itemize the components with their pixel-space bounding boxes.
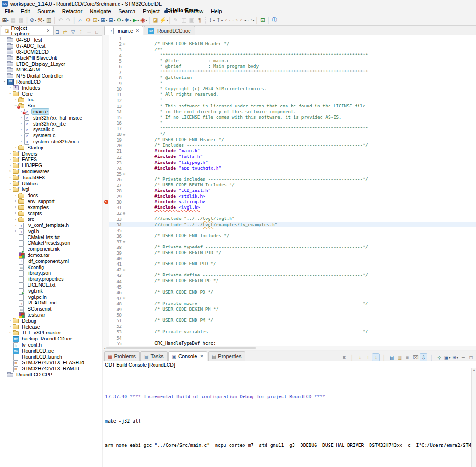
expander-icon[interactable] — [19, 121, 24, 126]
toolbar-icon[interactable]: ⇨▾ — [247, 16, 255, 24]
explorer-toolbar-icon[interactable]: ▽ — [70, 28, 77, 35]
toolbar-icon[interactable]: ⓘ▾ — [271, 16, 279, 24]
toolbar-icon[interactable]: ▣▾ — [188, 16, 196, 24]
tree-item[interactable]: × BlackPill SlaveUnit — [0, 55, 102, 61]
console-toolbar-icon[interactable]: ↕▾ — [372, 354, 379, 361]
console-toolbar-icon[interactable]: │▾ — [380, 354, 387, 361]
tree-item[interactable]: × backup_RoundLCD.ioc — [0, 336, 102, 342]
tree-item[interactable]: × stm32h7xx_it.c — [0, 120, 102, 127]
expander-icon[interactable] — [19, 139, 24, 143]
toolbar-icon[interactable]: ⚙▾ — [116, 16, 124, 24]
user-account[interactable]: Hello Emre — [161, 7, 201, 13]
tree-item[interactable]: × docs — [0, 192, 102, 198]
console-vertical-scrollbar[interactable]: ▴ — [471, 368, 476, 467]
editor-tab[interactable]: main.c ✕ — [104, 26, 143, 35]
console-view-tab[interactable]: ▦ Problems ✕ — [104, 351, 140, 361]
tree-item[interactable]: × STM32H743VITX_FLASH.ld — [0, 360, 102, 366]
tree-item[interactable]: × TouchGFX — [0, 174, 102, 180]
tree-item[interactable]: × Drivers — [0, 150, 102, 156]
expander-icon[interactable] — [19, 127, 24, 132]
menu-item[interactable]: Search — [115, 8, 139, 14]
toolbar-icon[interactable]: ✱▾ — [124, 16, 132, 24]
toolbar-icon[interactable]: ▶▾ — [132, 16, 140, 24]
console-toolbar-icon[interactable]: ─▾ — [460, 354, 467, 361]
toolbar-icon[interactable]: ⇡▾ — [215, 16, 223, 24]
tree-item[interactable]: × lvgl — [0, 186, 102, 192]
tree-item[interactable]: × README.md — [0, 300, 102, 306]
tree-item[interactable]: × Middlewares — [0, 169, 102, 175]
tree-item[interactable]: × Startup — [0, 144, 102, 150]
tree-item[interactable]: × Includes — [0, 85, 102, 91]
explorer-toolbar-icon[interactable]: ⊟ — [54, 28, 61, 35]
toolbar-icon[interactable]: ▥▾ — [45, 16, 53, 24]
tree-item[interactable]: × Core — [0, 91, 102, 97]
toolbar-icon[interactable]: ▦▾ — [9, 16, 17, 24]
tree-item[interactable]: × TFT_eSPI-master — [0, 330, 102, 336]
tab-project-explorer[interactable]: ◪ Project Explorer ✕ — [1, 26, 54, 35]
expander-icon[interactable] — [7, 163, 13, 168]
toolbar-icon[interactable]: ⊞▾ — [1, 16, 9, 24]
tree-item[interactable]: × lv_conf_template.h — [0, 222, 102, 228]
fold-marker-icon[interactable] — [122, 211, 128, 216]
fold-marker-icon[interactable] — [122, 239, 128, 244]
expander-icon[interactable] — [7, 157, 13, 162]
close-icon[interactable]: ✕ — [135, 28, 139, 33]
close-icon[interactable]: ✕ — [46, 28, 50, 33]
tree-item[interactable]: × Inc — [0, 97, 102, 103]
tree-item[interactable]: × RoundLCD-CPP — [0, 372, 102, 378]
code-editor[interactable]: 1 /* USER CODE BEGIN Header */ 2 /** — [103, 35, 476, 346]
console-toolbar-icon[interactable]: ↑▾ — [364, 354, 371, 361]
tree-item[interactable]: × SConscript — [0, 306, 102, 312]
console-toolbar-icon[interactable]: ⊹▾ — [436, 354, 443, 361]
expander-icon[interactable] — [7, 92, 13, 96]
console-toolbar-icon[interactable]: ⊞▾ — [452, 354, 459, 361]
menu-item[interactable]: Refactor — [58, 8, 86, 14]
expander-icon[interactable] — [2, 79, 7, 84]
console-output[interactable]: 17:37:40 **** Incremental Build of confi… — [103, 368, 476, 467]
expander-icon[interactable] — [7, 175, 13, 179]
toolbar-icon[interactable]: ⊟▾ — [108, 16, 116, 24]
expander-icon[interactable] — [7, 85, 13, 90]
expander-icon[interactable] — [19, 134, 24, 138]
expander-icon[interactable] — [7, 318, 13, 323]
tree-item[interactable]: × examples — [0, 204, 102, 210]
toolbar-icon[interactable]: ⇨▾ — [231, 16, 239, 24]
fold-marker-icon[interactable] — [122, 42, 128, 46]
tree-item[interactable]: × LTDC_Display_1Layer — [0, 61, 102, 67]
toolbar-icon[interactable]: ↷▾ — [64, 16, 72, 24]
tree-item[interactable]: × library.json — [0, 270, 102, 276]
expander-icon[interactable] — [13, 98, 18, 102]
tree-item[interactable]: × 04-SD_Test — [0, 37, 102, 43]
tree-item[interactable]: × LIBJPEG — [0, 163, 102, 169]
console-toolbar-icon[interactable]: ✖▾ — [341, 354, 348, 361]
tree-item[interactable]: × LICENCE.txt — [0, 282, 102, 288]
tree-item[interactable]: × component.mk — [0, 246, 102, 252]
tree-item[interactable]: × lvgl.h — [0, 228, 102, 234]
tree-item[interactable]: × 08-DCMI2LCD — [0, 49, 102, 55]
toolbar-icon[interactable]: ◉▾ — [140, 16, 147, 24]
tree-item[interactable]: × idf_component.yml — [0, 258, 102, 264]
expander-icon[interactable] — [13, 223, 18, 227]
menu-item[interactable]: File — [1, 8, 17, 14]
toolbar-icon[interactable]: ⇣▾ — [207, 16, 215, 24]
toolbar-icon[interactable]: ⊡▾ — [259, 16, 267, 24]
explorer-toolbar-icon[interactable]: □ — [93, 28, 100, 35]
tree-item[interactable]: × tests.rar — [0, 312, 102, 318]
tree-item[interactable]: × syscalls.c — [0, 127, 102, 133]
tree-item[interactable]: × N75 Digital Controller — [0, 73, 102, 79]
expander-icon[interactable] — [13, 217, 18, 221]
console-toolbar-icon[interactable]: ⌧▾ — [412, 354, 419, 361]
tree-item[interactable]: × lv_conf.h — [0, 342, 102, 348]
toolbar-icon[interactable]: ◪▾ — [152, 16, 160, 24]
tree-item[interactable]: × src — [0, 216, 102, 222]
console-toolbar-icon[interactable]: │▾ — [349, 354, 356, 361]
expander-icon[interactable] — [13, 193, 18, 198]
toolbar-icon[interactable]: ┊▾ — [204, 16, 208, 24]
tree-item[interactable]: × env_support — [0, 198, 102, 205]
console-view-tab[interactable]: ▤ Tasks ✕ — [140, 351, 168, 361]
toolbar-icon[interactable]: │▾ — [255, 16, 259, 24]
fold-marker-icon[interactable] — [122, 132, 128, 137]
toolbar-icon[interactable]: │▾ — [53, 16, 56, 24]
toolbar-icon[interactable]: ⇦▾ — [223, 16, 231, 24]
tree-item[interactable]: × sysmem.c — [0, 133, 102, 139]
